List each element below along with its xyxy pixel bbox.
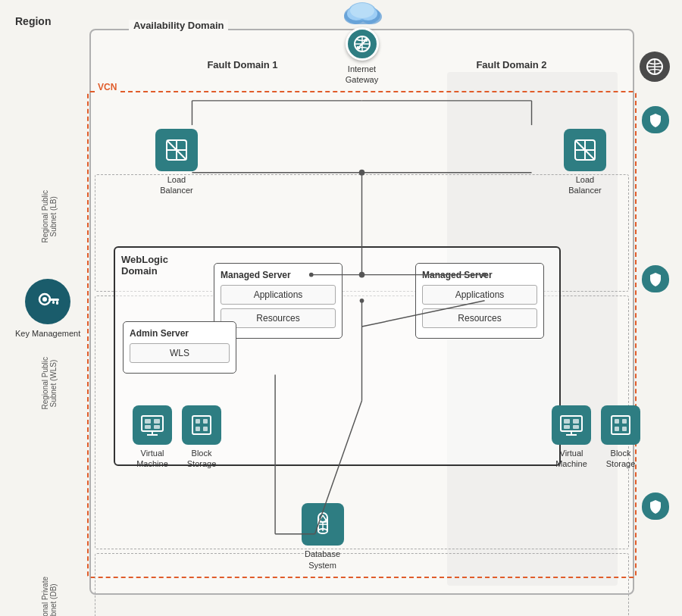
subnet-db-label: Regional PrivateSubnet (DB) [41,577,94,616]
svg-rect-46 [196,419,200,424]
block-storage-icon-fd1 [182,405,221,445]
svg-rect-56 [573,425,579,429]
svg-rect-49 [203,427,208,431]
subnet-wls-label: Regional PublicSubnet (WLS) [41,357,94,410]
subnet-db-box: Regional PrivateSubnet (DB) [95,553,629,616]
load-balancer-fd1: LoadBalancer [155,129,198,196]
svg-rect-38 [142,416,163,431]
database-system-label: DatabaseSystem [305,549,340,571]
vm-icon-fd2 [552,405,591,445]
key-management-icon [25,279,70,324]
wls-item: WLS [130,343,230,363]
svg-rect-53 [564,419,570,424]
network-icon [640,52,670,82]
svg-rect-47 [203,419,208,424]
fault-domain-2-label: Fault Domain 2 [436,59,587,70]
security-icon-db [642,492,669,520]
block-storage-fd1: BlockStorage [182,405,221,470]
svg-rect-41 [145,419,151,424]
managed-server-2: Managed Server Applications Resources [415,263,544,339]
svg-rect-48 [196,427,200,431]
svg-rect-44 [154,425,160,429]
internet-gateway-icon [346,27,379,61]
vm-label-fd2: VirtualMachine [555,448,587,470]
svg-rect-50 [561,416,582,431]
vcn-label: VCN [95,82,120,92]
shield-icon-lb [642,106,669,133]
vm-label-fd1: VirtualMachine [136,448,168,470]
block-storage-fd2: BlockStorage [601,405,640,470]
applications-item-2: Applications [422,285,537,305]
svg-rect-43 [145,425,151,429]
weblogic-domain: WebLogicDomain Managed Server Applicatio… [114,246,561,466]
load-balancer-fd2: LoadBalancer [564,129,606,196]
svg-rect-42 [154,419,160,424]
fault-domain-1-label: Fault Domain 1 [167,59,318,70]
svg-rect-58 [615,419,619,424]
svg-rect-57 [612,416,630,434]
vm-fd1: VirtualMachine [133,405,172,470]
key-management-label: Key Management [15,329,80,338]
block-storage-icon-fd2 [601,405,640,445]
key-management: Key Management [15,279,80,338]
block-storage-label-fd1: BlockStorage [187,448,217,470]
shield-icon-wls [642,265,669,292]
vm-fd2: VirtualMachine [552,405,591,470]
block-storage-label-fd2: BlockStorage [606,448,636,470]
admin-server: Admin Server WLS [123,321,236,374]
vm-icon-fd1 [133,405,172,445]
svg-rect-61 [622,427,627,431]
availability-domain: Availability Domain Fault Domain 1 Fault… [89,29,634,595]
svg-rect-3 [56,301,58,305]
subnet-lb-label: Regional PublicSubnet (LB) [41,190,94,243]
availability-domain-label: Availability Domain [129,20,228,31]
svg-rect-2 [48,299,59,301]
region-label: Region [15,15,51,27]
svg-point-1 [42,297,47,302]
managed-server-1-label: Managed Server [221,270,336,280]
svg-rect-55 [564,425,570,429]
database-icon [302,503,344,546]
shield-icon-db [642,492,669,520]
lb-icon-fd1 [155,129,198,171]
svg-rect-45 [192,416,211,434]
managed-server-2-label: Managed Server [422,270,537,280]
database-system: DatabaseSystem [302,503,344,571]
cloud-icon [339,0,385,24]
lb-label-fd1: LoadBalancer [160,174,192,196]
svg-rect-54 [573,419,579,424]
resources-item-2: Resources [422,308,537,328]
diagram-container: Region Key Management Availability Domai… [6,6,676,610]
internet-gateway-label: InternetGateway [346,64,378,86]
security-icon-lb [642,106,669,133]
admin-server-label: Admin Server [130,328,230,339]
resources-item-1: Resources [221,308,336,328]
lb-label-fd2: LoadBalancer [568,174,601,196]
internet-gateway: InternetGateway [339,0,385,86]
lb-icon-fd2 [564,129,606,171]
network-globe-icon [640,52,670,82]
svg-point-20 [350,3,374,18]
svg-rect-59 [622,419,627,424]
security-icon-wls [642,265,669,292]
svg-rect-4 [52,301,55,304]
svg-rect-60 [615,427,619,431]
applications-item-1: Applications [221,285,336,305]
